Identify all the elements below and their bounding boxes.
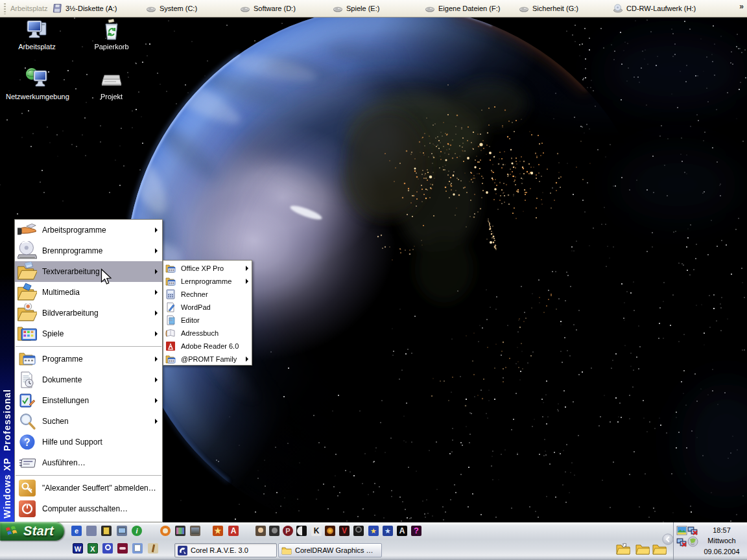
svg-text:?: ? [24,437,30,448]
